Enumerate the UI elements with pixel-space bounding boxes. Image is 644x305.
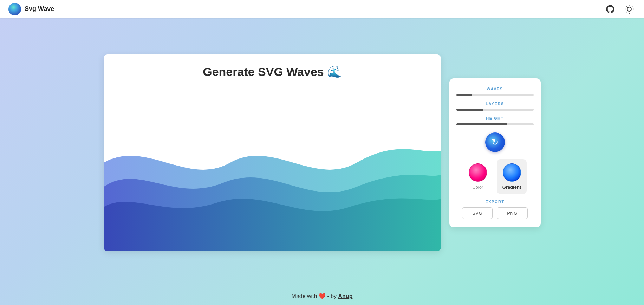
svg-line-8 (626, 12, 627, 12)
gradient-label: Gradient (502, 184, 521, 190)
header-left: Svg Wave (8, 3, 54, 15)
author-link[interactable]: Anup (338, 293, 353, 299)
refresh-icon: ↻ (492, 137, 499, 147)
heart-icon: ❤️ (319, 293, 327, 299)
wave-preview (104, 82, 441, 251)
github-icon (605, 4, 615, 14)
png-export-button[interactable]: PNG (497, 207, 528, 219)
layers-control: LAYERS (456, 102, 534, 111)
height-label: HEIGHT (456, 116, 534, 121)
github-button[interactable] (604, 3, 617, 15)
svg-export-button[interactable]: SVG (462, 207, 493, 219)
export-section: EXPORT SVG PNG (456, 200, 534, 219)
app-logo (8, 3, 21, 15)
svg-point-0 (8, 3, 21, 15)
export-label: EXPORT (456, 200, 534, 204)
svg-point-1 (627, 7, 631, 11)
randomize-button[interactable]: ↻ (485, 132, 505, 152)
main-content: Generate SVG Waves 🌊 (0, 18, 644, 287)
waves-label: WAVES (456, 87, 534, 91)
color-label: Color (472, 184, 483, 190)
theme-toggle-button[interactable] (623, 3, 636, 15)
refresh-container: ↻ (456, 132, 534, 152)
layers-label: LAYERS (456, 102, 534, 106)
preview-title: Generate SVG Waves 🌊 (203, 65, 341, 79)
wave-emoji: 🌊 (327, 65, 341, 78)
preview-panel: Generate SVG Waves 🌊 (104, 54, 441, 251)
footer-text: Made with (292, 293, 317, 299)
footer: Made with ❤️ - by Anup (0, 287, 644, 305)
svg-line-9 (632, 6, 632, 6)
header-right (604, 3, 636, 15)
color-circle-pink (469, 163, 487, 182)
theme-icon (624, 4, 634, 14)
height-control: HEIGHT (456, 116, 534, 125)
footer-separator: - by (327, 293, 337, 299)
color-option[interactable]: Color (463, 159, 493, 194)
app-header: Svg Wave (0, 0, 644, 18)
waves-slider[interactable] (456, 94, 534, 96)
waves-control: WAVES (456, 87, 534, 96)
controls-panel: WAVES LAYERS HEIGHT ↻ Color (449, 78, 541, 227)
preview-title-area: Generate SVG Waves 🌊 (104, 54, 441, 82)
svg-line-4 (626, 6, 627, 6)
layers-slider[interactable] (456, 109, 534, 111)
svg-line-5 (632, 12, 632, 12)
color-circle-gradient (503, 163, 521, 182)
app-title: Svg Wave (25, 5, 54, 13)
export-buttons: SVG PNG (456, 207, 534, 219)
height-slider[interactable] (456, 123, 534, 125)
color-gradient-selector: Color Gradient (456, 159, 534, 194)
gradient-option[interactable]: Gradient (497, 159, 527, 194)
